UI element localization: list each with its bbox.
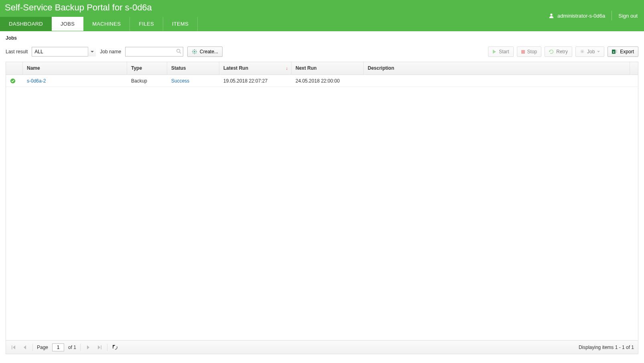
tab-machines[interactable]: MACHINES — [83, 17, 130, 31]
status-link[interactable]: Success — [171, 78, 189, 84]
svg-point-3 — [194, 51, 195, 52]
svg-rect-5 — [194, 53, 195, 54]
cell-type: Backup — [127, 76, 167, 86]
svg-point-1 — [177, 49, 180, 52]
main-tabs: DASHBOARD JOBS MACHINES FILES ITEMS — [0, 17, 198, 31]
success-icon — [10, 78, 19, 84]
col-status-icon[interactable] — [6, 62, 23, 75]
job-button-label: Job — [587, 49, 595, 54]
job-link[interactable]: s-0d6a-2 — [27, 78, 46, 84]
job-menu-button[interactable]: Job — [575, 46, 604, 57]
svg-line-2 — [180, 52, 181, 54]
svg-rect-20 — [12, 345, 12, 349]
svg-rect-12 — [521, 50, 525, 54]
search-icon — [176, 48, 182, 54]
pager-first[interactable] — [10, 344, 17, 351]
svg-rect-11 — [192, 52, 193, 53]
retry-button[interactable]: Retry — [545, 46, 572, 57]
col-latest-run[interactable]: Latest Run ↓ — [219, 62, 292, 75]
col-description[interactable]: Description — [364, 62, 630, 75]
create-button-label: Create... — [200, 49, 218, 54]
col-status[interactable]: Status — [167, 62, 219, 75]
col-type[interactable]: Type — [127, 62, 167, 75]
pager-prev[interactable] — [21, 344, 28, 351]
caret-down-icon — [597, 51, 600, 52]
page-of-label: of 1 — [68, 345, 76, 350]
svg-rect-16 — [616, 50, 617, 51]
signout-link[interactable]: Sign out — [618, 13, 638, 19]
col-latest-label: Latest Run — [223, 65, 248, 71]
svg-rect-17 — [616, 51, 617, 52]
svg-rect-9 — [195, 52, 196, 53]
retry-button-label: Retry — [556, 49, 568, 54]
last-result-select[interactable] — [32, 47, 96, 56]
retry-icon — [549, 49, 554, 54]
table-row[interactable]: s-0d6a-2 Backup Success 19.05.2018 22:07… — [6, 75, 638, 87]
cell-latest-run: 19.05.2018 22:07:27 — [219, 76, 292, 86]
start-button[interactable]: Start — [488, 46, 513, 57]
col-name[interactable]: Name — [23, 62, 127, 75]
col-next-run[interactable]: Next Run — [292, 62, 364, 75]
export-button-label: Export — [620, 49, 634, 54]
jobs-grid: Name Type Status Latest Run ↓ Next Run D… — [6, 62, 638, 354]
stop-button-label: Stop — [527, 49, 537, 54]
cell-next-run: 24.05.2018 22:00:00 — [292, 76, 364, 86]
cell-description — [364, 79, 638, 83]
tab-dashboard[interactable]: DASHBOARD — [0, 17, 52, 31]
pager-last[interactable] — [96, 344, 103, 351]
create-button[interactable]: Create... — [187, 46, 223, 57]
user-icon — [549, 13, 554, 18]
svg-point-0 — [550, 14, 552, 16]
sort-desc-icon: ↓ — [286, 66, 288, 71]
gear-icon — [580, 49, 585, 54]
username-label: administrator-s-0d6a — [557, 13, 605, 19]
tab-files[interactable]: FILES — [130, 17, 163, 31]
pager-next[interactable] — [85, 344, 92, 351]
svg-rect-21 — [101, 345, 102, 349]
export-button[interactable]: X Export — [608, 46, 638, 57]
play-icon — [492, 50, 496, 54]
job-name-label: Job name — [100, 49, 121, 54]
excel-icon: X — [612, 49, 618, 54]
svg-rect-10 — [195, 50, 196, 50]
svg-rect-4 — [194, 49, 195, 50]
user-menu[interactable]: administrator-s-0d6a — [549, 11, 612, 20]
stop-button[interactable]: Stop — [517, 46, 542, 57]
tab-jobs[interactable]: JOBS — [52, 17, 83, 31]
col-scrollbar-spacer — [630, 62, 638, 75]
svg-rect-18 — [616, 52, 617, 53]
tab-items[interactable]: ITEMS — [163, 17, 198, 31]
pager-refresh[interactable] — [111, 344, 119, 351]
pager-info: Displaying items 1 - 1 of 1 — [579, 345, 634, 350]
svg-rect-7 — [196, 51, 197, 52]
breadcrumb: Jobs — [0, 31, 644, 45]
stop-icon — [521, 50, 525, 54]
job-name-input[interactable] — [125, 47, 183, 56]
page-input[interactable] — [52, 343, 64, 351]
start-button-label: Start — [499, 49, 509, 54]
last-result-label: Last result — [6, 49, 28, 54]
svg-rect-8 — [192, 50, 193, 50]
svg-rect-6 — [192, 51, 193, 52]
gear-icon — [192, 49, 197, 54]
page-label: Page — [37, 345, 48, 350]
app-title: Self-Service Backup Portal for s-0d6a — [0, 0, 198, 17]
